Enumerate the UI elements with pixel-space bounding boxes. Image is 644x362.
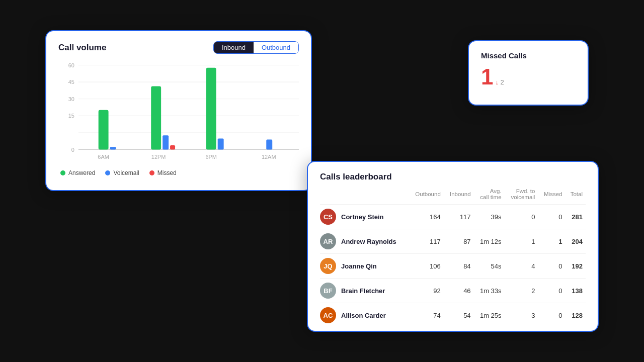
- missed-3: 0: [538, 279, 565, 303]
- outbound-3: 92: [409, 279, 444, 303]
- call-volume-title: Call volume: [58, 43, 106, 53]
- avatar-4: AC: [320, 307, 336, 323]
- person-name-2: Joanne Qin: [341, 262, 377, 270]
- missed-1: 1: [538, 229, 565, 254]
- avg-call-time-1: 1m 12s: [474, 229, 505, 254]
- col-outbound: Outbound: [409, 188, 444, 205]
- leaderboard-table: Outbound Inbound Avg.call time Fwd. tovo…: [320, 188, 586, 327]
- svg-text:45: 45: [68, 79, 74, 85]
- outbound-2: 106: [409, 254, 444, 279]
- svg-text:12PM: 12PM: [151, 154, 166, 160]
- svg-rect-15: [170, 145, 175, 149]
- answered-dot: [60, 170, 65, 175]
- change-value: 2: [501, 78, 504, 86]
- table-row: AC Allison Carder 74 54 1m 25s 3 0 128: [320, 303, 586, 328]
- total-0: 281: [565, 205, 586, 229]
- svg-rect-14: [163, 135, 169, 149]
- fwd-voicemail-4: 3: [505, 303, 538, 328]
- person-cell-0: CS Cortney Stein: [320, 205, 409, 229]
- svg-rect-12: [110, 147, 116, 149]
- svg-text:30: 30: [68, 96, 74, 102]
- call-volume-card: Call volume Inbound Outbound 60 45 30 15: [45, 30, 312, 191]
- total-1: 204: [565, 229, 586, 254]
- voicemail-dot: [105, 170, 110, 175]
- person-cell-2: JQ Joanne Qin: [320, 254, 409, 279]
- col-name: [320, 188, 409, 205]
- table-row: JQ Joanne Qin 106 84 54s 4 0 192: [320, 254, 586, 279]
- outbound-4: 74: [409, 303, 444, 328]
- inbound-outbound-toggle[interactable]: Inbound Outbound: [213, 41, 299, 54]
- svg-text:15: 15: [68, 113, 74, 119]
- call-volume-header: Call volume Inbound Outbound: [58, 41, 299, 54]
- avatar-2: JQ: [320, 258, 336, 274]
- chart-legend: Answered Voicemail Missed: [58, 169, 299, 176]
- inbound-4: 54: [444, 303, 474, 328]
- missed-calls-change: ↓ ↓ 2 2: [495, 78, 504, 86]
- svg-rect-13: [151, 86, 161, 150]
- outbound-0: 164: [409, 205, 444, 229]
- missed-dot: [149, 170, 154, 175]
- outbound-toggle-btn[interactable]: Outbound: [254, 42, 298, 53]
- inbound-2: 84: [444, 254, 474, 279]
- svg-text:6PM: 6PM: [205, 154, 217, 160]
- total-4: 128: [565, 303, 586, 328]
- inbound-3: 46: [444, 279, 474, 303]
- table-row: CS Cortney Stein 164 117 39s 0 0 281: [320, 205, 586, 229]
- missed-calls-value: 1 ↓ ↓ 2 2: [481, 66, 576, 88]
- person-name-4: Allison Carder: [341, 312, 386, 319]
- col-inbound: Inbound: [444, 188, 474, 205]
- svg-text:60: 60: [68, 62, 74, 68]
- total-3: 138: [565, 279, 586, 303]
- avg-call-time-0: 39s: [474, 205, 505, 229]
- leaderboard-card: Calls leaderboard Outbound Inbound Avg.c…: [307, 161, 599, 332]
- leaderboard-body: CS Cortney Stein 164 117 39s 0 0 281 AR …: [320, 205, 586, 328]
- fwd-voicemail-3: 2: [505, 279, 538, 303]
- missed-2: 0: [538, 254, 565, 279]
- person-cell-1: AR Andrew Raynolds: [320, 229, 409, 254]
- avg-call-time-3: 1m 33s: [474, 279, 505, 303]
- fwd-voicemail-2: 4: [505, 254, 538, 279]
- inbound-0: 117: [444, 205, 474, 229]
- svg-rect-18: [266, 140, 272, 150]
- total-2: 192: [565, 254, 586, 279]
- avg-call-time-4: 1m 25s: [474, 303, 505, 328]
- col-avg-call-time: Avg.call time: [474, 188, 505, 205]
- col-fwd-voicemail: Fwd. tovoicemail: [505, 188, 538, 205]
- trend-arrow-icon: ↓: [495, 78, 499, 86]
- svg-text:0: 0: [71, 146, 74, 152]
- leaderboard-title: Calls leaderboard: [320, 172, 586, 182]
- avatar-3: BF: [320, 283, 336, 299]
- col-total: Total: [565, 188, 586, 205]
- missed-calls-number: 1: [481, 66, 493, 88]
- fwd-voicemail-0: 0: [505, 205, 538, 229]
- legend-voicemail: Voicemail: [105, 169, 139, 176]
- avatar-1: AR: [320, 233, 336, 249]
- missed-4: 0: [538, 303, 565, 328]
- table-row: AR Andrew Raynolds 117 87 1m 12s 1 1 204: [320, 229, 586, 254]
- missed-calls-card: Missed Calls 1 ↓ ↓ 2 2: [468, 40, 589, 106]
- missed-0: 0: [538, 205, 565, 229]
- avatar-0: CS: [320, 209, 336, 225]
- svg-text:6AM: 6AM: [98, 154, 109, 160]
- inbound-toggle-btn[interactable]: Inbound: [214, 42, 254, 53]
- person-name-1: Andrew Raynolds: [341, 238, 396, 245]
- person-name-3: Brain Fletcher: [341, 287, 385, 295]
- col-missed: Missed: [538, 188, 565, 205]
- avg-call-time-2: 54s: [474, 254, 505, 279]
- table-header-row: Outbound Inbound Avg.call time Fwd. tovo…: [320, 188, 586, 205]
- svg-rect-16: [206, 68, 216, 150]
- fwd-voicemail-1: 1: [505, 229, 538, 254]
- outbound-1: 117: [409, 229, 444, 254]
- svg-rect-11: [99, 110, 109, 150]
- person-name-0: Cortney Stein: [341, 213, 384, 221]
- inbound-1: 87: [444, 229, 474, 254]
- chart-svg: 60 45 30 15 0: [58, 60, 299, 165]
- table-row: BF Brain Fletcher 92 46 1m 33s 2 0 138: [320, 279, 586, 303]
- missed-calls-title: Missed Calls: [481, 51, 576, 60]
- svg-rect-17: [218, 138, 224, 149]
- legend-answered: Answered: [60, 169, 95, 176]
- person-cell-4: AC Allison Carder: [320, 303, 409, 328]
- legend-missed: Missed: [149, 169, 177, 176]
- svg-text:12AM: 12AM: [262, 154, 276, 160]
- bar-chart: 60 45 30 15 0: [58, 60, 299, 165]
